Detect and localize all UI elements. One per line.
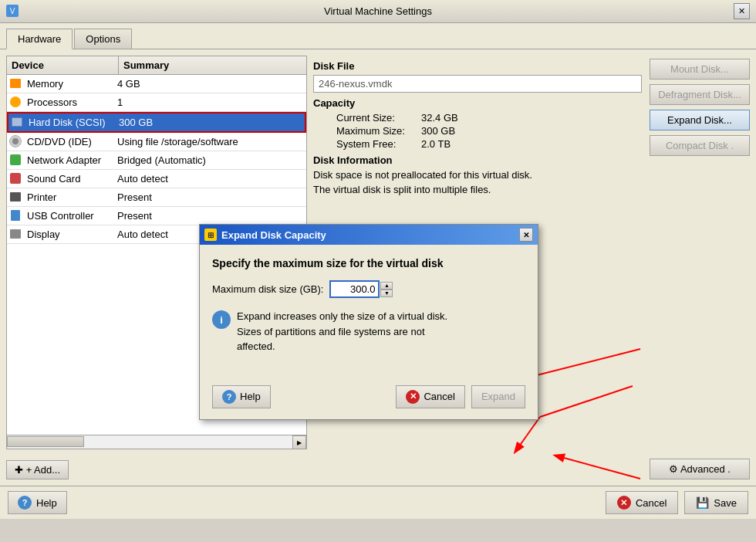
cancel-icon: ✕ (617, 496, 631, 510)
dialog-buttons: ? Help ✕ Cancel Expand (200, 378, 538, 419)
device-row-usb[interactable]: USB Controller Present (7, 207, 306, 225)
tab-bar: Hardware Options (0, 23, 756, 49)
col-device-header: Device (7, 56, 119, 74)
disk-file-title: Disk File (313, 60, 642, 72)
device-summary-cddvd: Using file /storage/software (113, 135, 243, 148)
dialog-main-text: Specify the maximum size for the virtual… (212, 257, 525, 269)
display-icon (8, 228, 22, 240)
device-summary-harddisk: 300 GB (114, 116, 157, 129)
mount-disk-button[interactable]: Mount Disk... (650, 59, 750, 80)
network-icon (8, 154, 22, 166)
device-name-harddisk: Hard Disk (SCSI) (25, 116, 114, 129)
device-summary-memory: 4 GB (113, 77, 145, 90)
capacity-maximum-row: Maximum Size: 300 GB (313, 125, 642, 137)
dialog-cancel-button[interactable]: ✕ Cancel (396, 385, 464, 408)
capacity-current-label: Current Size: (336, 112, 421, 124)
window-title: Virtual Machine Settings (324, 5, 432, 17)
help-icon: ? (18, 496, 32, 510)
device-row-sound[interactable]: Sound Card Auto detect (7, 170, 306, 188)
bottom-bar: ? Help ✕ Cancel 💾 Save (0, 486, 756, 519)
device-summary-display: Auto detect (113, 228, 173, 241)
expand-disk-dialog: ⊞ Expand Disk Capacity ✕ Specify the max… (199, 224, 538, 420)
cddvd-icon (8, 135, 22, 147)
capacity-current-row: Current Size: 32.4 GB (313, 112, 642, 124)
capacity-maximum-value: 300 GB (421, 125, 455, 137)
save-icon: 💾 (696, 496, 709, 509)
scrollbar-track (7, 435, 292, 449)
device-summary-printer: Present (113, 191, 157, 204)
capacity-sysfree-value: 2.0 TB (421, 138, 451, 150)
dialog-expand-button[interactable]: Expand (471, 385, 525, 408)
sound-icon (8, 172, 22, 185)
add-icon: ✚ (15, 464, 23, 476)
dialog-field-row: Maximum disk size (GB): ▲ ▼ (212, 280, 525, 298)
device-name-sound: Sound Card (24, 172, 113, 185)
device-name-display: Display (24, 228, 113, 241)
capacity-current-value: 32.4 GB (421, 112, 458, 124)
capacity-maximum-label: Maximum Size: (336, 125, 421, 137)
main-window: V Virtual Machine Settings ✕ Hardware Op… (0, 0, 756, 519)
disk-file-input[interactable] (313, 75, 642, 93)
dialog-icon: ⊞ (204, 229, 217, 241)
col-summary-header: Summary (119, 56, 174, 74)
action-buttons: Mount Disk... Defragment Disk... Expand … (650, 56, 750, 479)
window-close-button[interactable]: ✕ (734, 3, 750, 19)
device-name-usb: USB Controller (24, 209, 113, 222)
scrollbar-thumb[interactable] (7, 436, 84, 447)
device-row-memory[interactable]: Memory 4 GB (7, 75, 306, 93)
dialog-help-button[interactable]: ? Help (212, 385, 271, 408)
help-button[interactable]: ? Help (8, 491, 67, 514)
dialog-close-button[interactable]: ✕ (519, 228, 533, 242)
device-name-memory: Memory (24, 77, 113, 90)
defragment-disk-button[interactable]: Defragment Disk... (650, 84, 750, 105)
harddisk-icon (10, 116, 24, 128)
gear-icon: ⚙ (669, 463, 678, 475)
device-row-processors[interactable]: Processors 1 (7, 93, 306, 112)
tab-options[interactable]: Options (74, 29, 132, 49)
memory-icon (8, 77, 22, 90)
device-row-cddvd[interactable]: CD/DVD (IDE) Using file /storage/softwar… (7, 133, 306, 151)
advanced-button[interactable]: ⚙ Advanced . (650, 459, 750, 479)
spinner-up-button[interactable]: ▲ (380, 282, 393, 290)
disk-info-text2: The virtual disk is split into multiple … (313, 184, 642, 195)
printer-icon (8, 191, 22, 203)
disk-info-text1: Disk space is not preallocated for this … (313, 169, 642, 181)
expand-disk-button[interactable]: Expand Disk... (650, 110, 750, 130)
device-row-harddisk[interactable]: Hard Disk (SCSI) 300 GB (7, 112, 306, 133)
tab-hardware[interactable]: Hardware (6, 29, 73, 49)
scrollbar-right-button[interactable]: ▶ (292, 435, 306, 449)
dialog-body: Specify the maximum size for the virtual… (200, 245, 538, 378)
capacity-sysfree-label: System Free: (336, 138, 421, 150)
cancel-button[interactable]: ✕ Cancel (606, 491, 678, 514)
device-table-header: Device Summary (7, 56, 306, 75)
usb-icon (8, 209, 22, 222)
compact-disk-button[interactable]: Compact Disk . (650, 135, 750, 156)
dialog-title-bar: ⊞ Expand Disk Capacity ✕ (200, 225, 538, 245)
device-name-printer: Printer (24, 191, 113, 204)
max-disk-size-input[interactable] (329, 280, 380, 298)
dialog-info-text: Expand increases only the size of a virt… (237, 309, 447, 354)
scrollbar[interactable]: ▶ (6, 435, 307, 449)
device-name-cddvd: CD/DVD (IDE) (24, 135, 113, 148)
dialog-input-wrap: ▲ ▼ (329, 280, 393, 298)
title-bar: V Virtual Machine Settings ✕ (0, 0, 756, 23)
device-row-network[interactable]: Network Adapter Bridged (Automatic) (7, 151, 306, 170)
device-row-printer[interactable]: Printer Present (7, 188, 306, 207)
capacity-title: Capacity (313, 97, 642, 109)
bottom-right-buttons: ✕ Cancel 💾 Save (606, 491, 748, 514)
device-summary-sound: Auto detect (113, 172, 173, 185)
device-summary-processors: 1 (113, 96, 127, 109)
dialog-title: Expand Disk Capacity (221, 229, 519, 241)
device-summary-usb: Present (113, 209, 157, 222)
save-button[interactable]: 💾 Save (684, 491, 748, 514)
spinner-down-button[interactable]: ▼ (380, 290, 393, 297)
dialog-spinner: ▲ ▼ (380, 282, 393, 297)
device-name-network: Network Adapter (24, 154, 113, 167)
device-summary-network: Bridged (Automatic) (113, 154, 211, 167)
app-icon: V (6, 5, 19, 17)
dialog-cancel-icon: ✕ (406, 390, 420, 404)
dialog-help-icon: ? (222, 390, 236, 404)
device-name-processors: Processors (24, 96, 113, 109)
capacity-sysfree-row: System Free: 2.0 TB (313, 138, 642, 150)
add-button[interactable]: ✚ + Add... (6, 460, 69, 479)
